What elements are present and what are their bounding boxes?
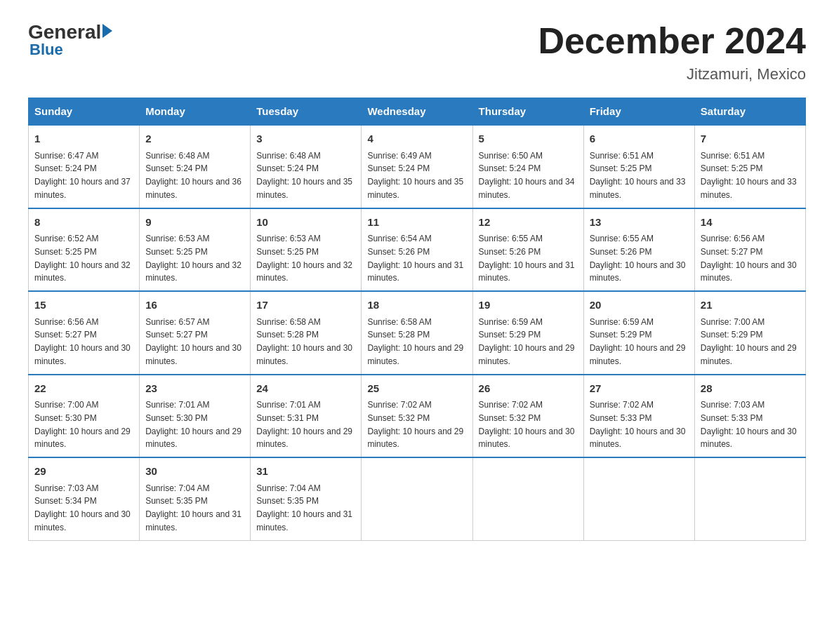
day-number: 27 — [590, 381, 689, 397]
calendar-day-cell: 17 Sunrise: 6:58 AMSunset: 5:28 PMDaylig… — [251, 291, 362, 375]
day-info: Sunrise: 6:58 AMSunset: 5:28 PMDaylight:… — [256, 317, 352, 366]
calendar-day-cell: 29 Sunrise: 7:03 AMSunset: 5:34 PMDaylig… — [29, 457, 140, 540]
logo-blue: Blue — [29, 41, 63, 59]
day-info: Sunrise: 6:50 AMSunset: 5:24 PMDaylight:… — [479, 151, 575, 200]
calendar-day-cell: 6 Sunrise: 6:51 AMSunset: 5:25 PMDayligh… — [583, 125, 694, 208]
day-info: Sunrise: 7:04 AMSunset: 5:35 PMDaylight:… — [145, 483, 241, 532]
day-number: 26 — [479, 381, 578, 397]
day-number: 5 — [479, 131, 578, 147]
day-info: Sunrise: 6:53 AMSunset: 5:25 PMDaylight:… — [145, 234, 241, 283]
calendar-day-cell: 16 Sunrise: 6:57 AMSunset: 5:27 PMDaylig… — [140, 291, 251, 375]
calendar-day-cell: 3 Sunrise: 6:48 AMSunset: 5:24 PMDayligh… — [251, 125, 362, 208]
calendar-day-cell: 28 Sunrise: 7:03 AMSunset: 5:33 PMDaylig… — [694, 375, 805, 458]
calendar-week-row: 8 Sunrise: 6:52 AMSunset: 5:25 PMDayligh… — [29, 208, 806, 292]
day-number: 7 — [701, 131, 800, 147]
calendar-week-row: 29 Sunrise: 7:03 AMSunset: 5:34 PMDaylig… — [29, 457, 806, 540]
calendar-day-cell: 20 Sunrise: 6:59 AMSunset: 5:29 PMDaylig… — [583, 291, 694, 375]
day-number: 25 — [367, 381, 466, 397]
calendar-day-cell: 10 Sunrise: 6:53 AMSunset: 5:25 PMDaylig… — [251, 208, 362, 292]
day-number: 29 — [34, 464, 133, 480]
day-number: 8 — [34, 215, 133, 231]
day-info: Sunrise: 7:00 AMSunset: 5:29 PMDaylight:… — [701, 317, 797, 366]
calendar-day-cell — [694, 457, 805, 540]
calendar-day-cell: 8 Sunrise: 6:52 AMSunset: 5:25 PMDayligh… — [29, 208, 140, 292]
header-tuesday: Tuesday — [251, 98, 362, 126]
calendar-day-cell: 24 Sunrise: 7:01 AMSunset: 5:31 PMDaylig… — [251, 375, 362, 458]
calendar-day-cell: 25 Sunrise: 7:02 AMSunset: 5:32 PMDaylig… — [362, 375, 472, 458]
calendar-day-cell — [583, 457, 694, 540]
day-info: Sunrise: 6:48 AMSunset: 5:24 PMDaylight:… — [145, 151, 241, 200]
calendar-day-cell: 11 Sunrise: 6:54 AMSunset: 5:26 PMDaylig… — [362, 208, 472, 292]
day-info: Sunrise: 7:02 AMSunset: 5:32 PMDaylight:… — [479, 400, 575, 449]
calendar-day-cell: 30 Sunrise: 7:04 AMSunset: 5:35 PMDaylig… — [140, 457, 251, 540]
day-number: 30 — [145, 464, 244, 480]
calendar-day-cell: 15 Sunrise: 6:56 AMSunset: 5:27 PMDaylig… — [29, 291, 140, 375]
day-number: 4 — [367, 131, 466, 147]
calendar-day-cell: 23 Sunrise: 7:01 AMSunset: 5:30 PMDaylig… — [140, 375, 251, 458]
day-info: Sunrise: 6:56 AMSunset: 5:27 PMDaylight:… — [34, 317, 131, 366]
calendar-day-cell: 21 Sunrise: 7:00 AMSunset: 5:29 PMDaylig… — [694, 291, 805, 375]
day-number: 15 — [34, 297, 133, 314]
calendar-week-row: 15 Sunrise: 6:56 AMSunset: 5:27 PMDaylig… — [29, 291, 806, 375]
day-info: Sunrise: 6:51 AMSunset: 5:25 PMDaylight:… — [701, 151, 797, 200]
day-info: Sunrise: 7:02 AMSunset: 5:33 PMDaylight:… — [590, 400, 686, 449]
header-sunday: Sunday — [29, 98, 140, 126]
day-number: 21 — [701, 297, 800, 314]
day-number: 11 — [367, 215, 466, 231]
day-info: Sunrise: 7:03 AMSunset: 5:34 PMDaylight:… — [34, 483, 131, 532]
day-number: 16 — [145, 297, 244, 314]
calendar-header-row: Sunday Monday Tuesday Wednesday Thursday… — [29, 98, 806, 126]
logo-area: General Blue — [28, 21, 112, 59]
day-number: 18 — [367, 297, 466, 314]
day-info: Sunrise: 6:47 AMSunset: 5:24 PMDaylight:… — [34, 151, 131, 200]
day-number: 10 — [256, 215, 355, 231]
day-number: 22 — [34, 381, 133, 397]
day-info: Sunrise: 7:03 AMSunset: 5:33 PMDaylight:… — [701, 400, 797, 449]
calendar-day-cell: 31 Sunrise: 7:04 AMSunset: 5:35 PMDaylig… — [251, 457, 362, 540]
day-info: Sunrise: 6:53 AMSunset: 5:25 PMDaylight:… — [256, 234, 352, 283]
day-number: 20 — [590, 297, 689, 314]
day-number: 19 — [479, 297, 578, 314]
header-monday: Monday — [140, 98, 251, 126]
day-number: 1 — [34, 131, 133, 147]
calendar-day-cell — [362, 457, 472, 540]
calendar-day-cell: 12 Sunrise: 6:55 AMSunset: 5:26 PMDaylig… — [472, 208, 583, 292]
day-info: Sunrise: 7:01 AMSunset: 5:30 PMDaylight:… — [145, 400, 241, 449]
day-number: 31 — [256, 464, 355, 480]
calendar-day-cell: 13 Sunrise: 6:55 AMSunset: 5:26 PMDaylig… — [583, 208, 694, 292]
day-info: Sunrise: 6:55 AMSunset: 5:26 PMDaylight:… — [479, 234, 575, 283]
day-number: 17 — [256, 297, 355, 314]
day-info: Sunrise: 6:51 AMSunset: 5:25 PMDaylight:… — [590, 151, 686, 200]
day-number: 3 — [256, 131, 355, 147]
day-info: Sunrise: 6:58 AMSunset: 5:28 PMDaylight:… — [367, 317, 463, 366]
header: General Blue December 2024 Jitzamuri, Me… — [28, 21, 806, 83]
calendar-day-cell: 9 Sunrise: 6:53 AMSunset: 5:25 PMDayligh… — [140, 208, 251, 292]
calendar-title: December 2024 — [538, 21, 806, 61]
header-friday: Friday — [583, 98, 694, 126]
day-info: Sunrise: 7:04 AMSunset: 5:35 PMDaylight:… — [256, 483, 352, 532]
calendar-day-cell: 7 Sunrise: 6:51 AMSunset: 5:25 PMDayligh… — [694, 125, 805, 208]
day-number: 12 — [479, 215, 578, 231]
calendar-location: Jitzamuri, Mexico — [538, 65, 806, 83]
day-number: 13 — [590, 215, 689, 231]
day-info: Sunrise: 7:00 AMSunset: 5:30 PMDaylight:… — [34, 400, 131, 449]
calendar-day-cell — [472, 457, 583, 540]
day-info: Sunrise: 6:59 AMSunset: 5:29 PMDaylight:… — [590, 317, 686, 366]
day-info: Sunrise: 6:57 AMSunset: 5:27 PMDaylight:… — [145, 317, 241, 366]
calendar-week-row: 22 Sunrise: 7:00 AMSunset: 5:30 PMDaylig… — [29, 375, 806, 458]
day-number: 9 — [145, 215, 244, 231]
calendar-day-cell: 5 Sunrise: 6:50 AMSunset: 5:24 PMDayligh… — [472, 125, 583, 208]
day-info: Sunrise: 6:54 AMSunset: 5:26 PMDaylight:… — [367, 234, 463, 283]
day-number: 2 — [145, 131, 244, 147]
day-info: Sunrise: 7:01 AMSunset: 5:31 PMDaylight:… — [256, 400, 352, 449]
day-info: Sunrise: 6:49 AMSunset: 5:24 PMDaylight:… — [367, 151, 463, 200]
calendar-day-cell: 14 Sunrise: 6:56 AMSunset: 5:27 PMDaylig… — [694, 208, 805, 292]
calendar-table: Sunday Monday Tuesday Wednesday Thursday… — [28, 98, 806, 541]
calendar-week-row: 1 Sunrise: 6:47 AMSunset: 5:24 PMDayligh… — [29, 125, 806, 208]
day-info: Sunrise: 7:02 AMSunset: 5:32 PMDaylight:… — [367, 400, 463, 449]
header-saturday: Saturday — [694, 98, 805, 126]
calendar-day-cell: 19 Sunrise: 6:59 AMSunset: 5:29 PMDaylig… — [472, 291, 583, 375]
day-info: Sunrise: 6:56 AMSunset: 5:27 PMDaylight:… — [701, 234, 797, 283]
day-info: Sunrise: 6:55 AMSunset: 5:26 PMDaylight:… — [590, 234, 686, 283]
calendar-day-cell: 1 Sunrise: 6:47 AMSunset: 5:24 PMDayligh… — [29, 125, 140, 208]
